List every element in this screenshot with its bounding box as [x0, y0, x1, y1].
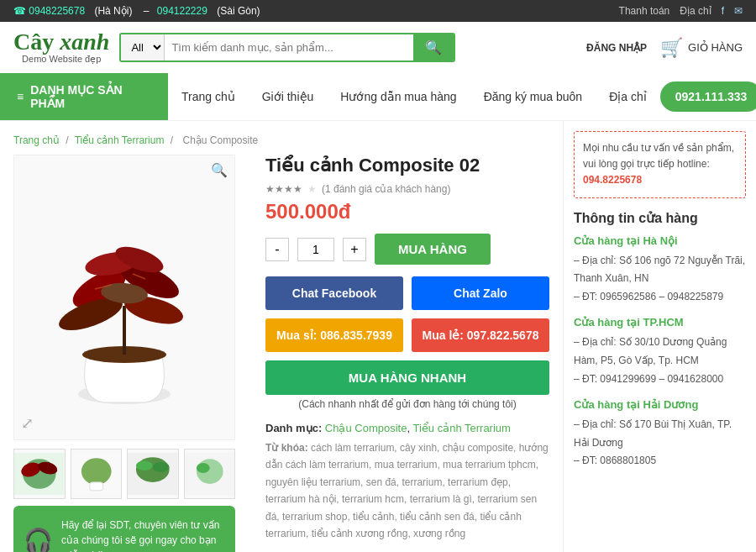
product-images: ⤢ 🔍 — [13, 155, 249, 552]
product-price: 500.000đ — [265, 200, 549, 223]
svg-point-17 — [81, 458, 111, 485]
product-stars: ★★★★★ (1 đánh giá của khách hàng) — [265, 183, 549, 195]
headset-icon: 🎧 — [24, 527, 53, 553]
chat-row: Chat Facebook Chat Zalo — [265, 276, 549, 310]
thumbnails — [13, 449, 235, 499]
header-right: ĐĂNG NHẬP 🛒 GIỎ HÀNG — [586, 37, 743, 59]
thumb-1[interactable] — [13, 449, 66, 499]
top-bar-left: ☎ 0948225678 (Hà Nội) – 094122229 (Sài G… — [13, 5, 264, 17]
product-image-svg — [15, 171, 234, 423]
main-content: Trang chủ / Tiểu cảnh Terrarium / Chậu C… — [0, 121, 563, 552]
thumb-2[interactable] — [71, 449, 123, 499]
category-label: DANH MỤC SẢN PHẨM — [30, 83, 151, 110]
login-link[interactable]: ĐĂNG NHẬP — [586, 42, 647, 54]
store-hcm-title: Cửa hàng tại TP.HCM — [574, 316, 746, 329]
search-bar: All 🔍 — [119, 33, 455, 62]
qty-row: - + MUA HÀNG — [265, 234, 549, 265]
breadcrumb-home[interactable]: Trang chủ — [13, 134, 60, 146]
svg-point-25 — [196, 463, 209, 473]
cat-link-2[interactable]: Tiểu cảnh Terrarium — [412, 422, 510, 434]
mua-si-button[interactable]: Mua sỉ: 086.835.7939 — [265, 318, 403, 352]
store-haiduong-address: – Địa chỉ: Số 170 Bùi Thị Xuân, TP. Hải … — [574, 416, 746, 452]
store-haiduong-title: Cửa hàng tại Hải Dương — [574, 398, 746, 411]
logo: Cây xanh Demo Website đẹp — [13, 30, 109, 65]
nav-about[interactable]: Giới thiệu — [249, 80, 328, 113]
store-haiduong-phone: – ĐT: 0868801805 — [574, 452, 746, 471]
facebook-link[interactable]: f — [722, 5, 724, 17]
qty-decrease-button[interactable]: - — [265, 238, 289, 261]
chat-facebook-button[interactable]: Chat Facebook — [265, 276, 403, 310]
cart-button[interactable]: 🛒 GIỎ HÀNG — [660, 37, 743, 59]
star-filled: ★★★★ — [265, 183, 302, 195]
breadcrumb-cat1[interactable]: Tiểu cảnh Terrarium — [75, 134, 165, 146]
store-hanoi-title: Cửa hàng tại Hà Nội — [574, 234, 746, 247]
breadcrumb-cat2: Chậu Composite — [182, 134, 258, 146]
store-haiduong: Cửa hàng tại Hải Dương – Địa chỉ: Số 170… — [574, 398, 746, 471]
top-bar-right: Thanh toán Địa chỉ f ✉ — [619, 5, 743, 17]
nav-category-button[interactable]: ≡ DANH MỤC SẢN PHẨM — [0, 73, 168, 120]
store-hcm: Cửa hàng tại TP.HCM – Địa chỉ: Số 30/10 … — [574, 316, 746, 388]
sidebar: Mọi nhu cầu tư vấn về sản phẩm, vui lòng… — [563, 121, 756, 552]
nav-address[interactable]: Địa chỉ — [596, 80, 660, 113]
mua-le-button[interactable]: Mua lẻ: 097.822.5678 — [412, 318, 549, 352]
category-label: Danh mục: Chậu Composite, Tiểu cảnh Terr… — [265, 422, 549, 434]
thanh-toan-link[interactable]: Thanh toán — [619, 5, 670, 17]
chat-zalo-button[interactable]: Chat Zalo — [412, 276, 549, 310]
nav-menu: Trang chủ Giới thiệu Hướng dẫn mua hàng … — [168, 80, 660, 113]
thumb-4[interactable] — [184, 449, 236, 499]
store-hcm-address: – Địa chỉ: Số 30/10 Dương Quảng Hàm, P5,… — [574, 334, 746, 370]
search-button[interactable]: 🔍 — [413, 34, 454, 60]
cart-label: GIỎ HÀNG — [688, 41, 743, 54]
fast-buy-button[interactable]: MUA HÀNG NHANH — [265, 360, 549, 395]
nav-phone: 0921.111.333 — [660, 81, 756, 112]
nav: ≡ DANH MỤC SẢN PHẨM Trang chủ Giới thiệu… — [0, 73, 756, 121]
svg-point-21 — [136, 460, 153, 471]
review-count[interactable]: (1 đánh giá của khách hàng) — [322, 183, 450, 195]
thumb-3[interactable] — [127, 449, 179, 499]
callback-text: Hãy để lại SDT, chuyên viên tư vấn của c… — [61, 518, 225, 552]
sidebar-info-box: Mọi nhu cầu tư vấn về sản phẩm, vui lòng… — [574, 131, 746, 198]
store-hcm-phone: – ĐT: 0941299699 – 0941628000 — [574, 371, 746, 389]
email-link[interactable]: ✉ — [734, 5, 743, 17]
nav-home[interactable]: Trang chủ — [168, 80, 249, 113]
svg-point-22 — [153, 462, 170, 472]
order-row: Mua sỉ: 086.835.7939 Mua lẻ: 097.822.567… — [265, 318, 549, 352]
store-hanoi-address: – Địa chỉ: Số 106 ngõ 72 Nguyễn Trãi, Th… — [574, 252, 746, 288]
keywords: Từ khóa: cách làm terrarium, cây xinh, c… — [265, 439, 549, 542]
top-bar: ☎ 0948225678 (Hà Nội) – 094122229 (Sài G… — [0, 0, 756, 22]
breadcrumb: Trang chủ / Tiểu cảnh Terrarium / Chậu C… — [13, 134, 549, 146]
phone-hanoi[interactable]: ☎ 0948225678 — [13, 5, 91, 17]
star-empty: ★ — [307, 183, 317, 195]
fast-buy-sub: (Cách nhanh nhất để gửi đơn hàng tới chú… — [265, 398, 549, 410]
product-main-image: ⤢ 🔍 — [13, 155, 235, 440]
cart-icon: 🛒 — [660, 37, 683, 59]
menu-icon: ≡ — [17, 90, 24, 103]
phone-saigon[interactable]: 094122229 — [157, 5, 213, 17]
nav-guide[interactable]: Hướng dẫn mua hàng — [327, 80, 470, 113]
nav-wholesale[interactable]: Đăng ký mua buôn — [470, 80, 596, 113]
store-title: Thông tin cửa hàng — [574, 210, 746, 226]
product-title: Tiểu cảnh Composite 02 — [265, 155, 549, 176]
store-hanoi-phone: – ĐT: 0965962586 – 0948225879 — [574, 288, 746, 307]
logo-text: Cây xanh — [13, 30, 109, 54]
content: Trang chủ / Tiểu cảnh Terrarium / Chậu C… — [0, 121, 756, 552]
logo-sub: Demo Website đẹp — [13, 54, 109, 65]
expand-icon[interactable]: ⤢ — [21, 414, 34, 433]
dia-chi-link[interactable]: Địa chỉ — [680, 5, 711, 17]
hotline-link[interactable]: 094.8225678 — [583, 174, 642, 186]
search-category-select[interactable]: All — [121, 34, 165, 60]
search-input[interactable] — [165, 34, 413, 60]
cat-link-1[interactable]: Chậu Composite — [325, 422, 407, 434]
product-details: Tiểu cảnh Composite 02 ★★★★★ (1 đánh giá… — [265, 155, 549, 552]
qty-increase-button[interactable]: + — [343, 238, 366, 261]
store-hanoi: Cửa hàng tại Hà Nội – Địa chỉ: Số 106 ng… — [574, 234, 746, 307]
zoom-icon[interactable]: 🔍 — [211, 162, 228, 178]
buy-button[interactable]: MUA HÀNG — [375, 234, 491, 265]
header: Cây xanh Demo Website đẹp All 🔍 ĐĂNG NHẬ… — [0, 22, 756, 73]
callback-box: 🎧 Hãy để lại SDT, chuyên viên tư vấn của… — [13, 506, 235, 552]
qty-input[interactable] — [297, 238, 334, 261]
product-area: ⤢ 🔍 — [13, 155, 549, 552]
svg-rect-18 — [89, 482, 102, 491]
